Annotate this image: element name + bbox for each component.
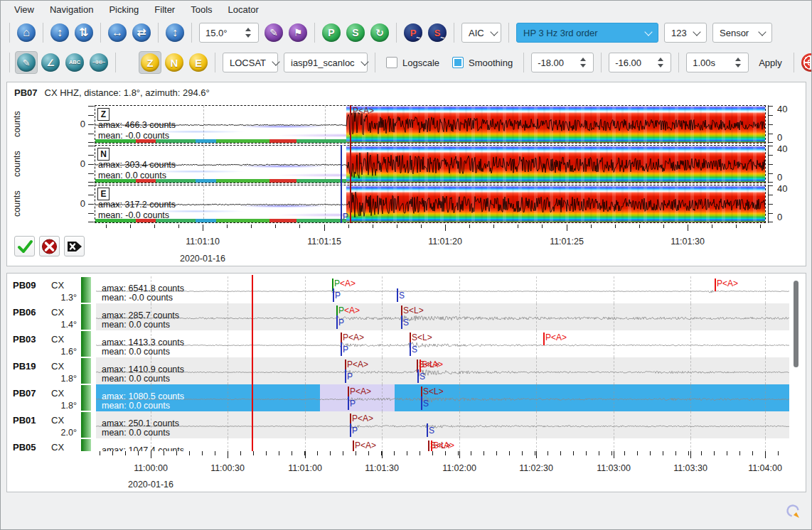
spin-up-icon[interactable] [735, 58, 741, 61]
profile-combo[interactable]: iasp91_scanloc [284, 53, 368, 72]
commit-button[interactable] [799, 51, 812, 74]
station-trace[interactable]: amax: 6541.8 countsmean: -0.0 countsP<A>… [96, 276, 789, 303]
auto-pick-marker[interactable] [431, 440, 432, 451]
station-trace[interactable]: amax: 1080.5 countsmean: 0.0 countsP<A>S… [96, 384, 789, 411]
station-trace[interactable]: amax: 1413.3 countsmean: 0.0 countsP<A>S… [96, 330, 789, 357]
amplitude-expand-button[interactable]: ↕ [48, 21, 71, 44]
picking-mode-button[interactable]: ✎ [15, 51, 38, 74]
onset-method-combo[interactable]: AIC [461, 23, 501, 43]
reject-pick-button[interactable] [39, 236, 60, 256]
filter-combo[interactable]: HP 3 Hz 3rd order [516, 23, 658, 43]
menu-tools[interactable]: Tools [183, 2, 220, 17]
spin-down-icon[interactable] [245, 34, 251, 38]
station-trace[interactable]: amax: 250.1 countsmean: 0.0 countsP<A>PS [96, 411, 789, 438]
locator-combo[interactable]: LOCSAT [223, 53, 278, 72]
menu-view[interactable]: View [6, 2, 42, 17]
time-fit-button[interactable]: ⇄ [130, 21, 153, 44]
spin-up-icon[interactable] [245, 28, 251, 31]
station-row-pb09[interactable]: PB09CX1.3°amax: 6541.8 countsmean: -0.0 … [7, 276, 801, 303]
station-code: PB05 [13, 442, 36, 451]
station-row-pb01[interactable]: PB01CX2.0°amax: 250.1 countsmean: 0.0 co… [7, 411, 801, 438]
auto-pick-marker[interactable] [420, 359, 421, 372]
time-window-spinbox-steppers[interactable] [732, 58, 744, 67]
pick-s-button[interactable]: S [344, 21, 367, 44]
component-n-button[interactable]: N [163, 51, 186, 74]
menu-picking[interactable]: Picking [101, 2, 146, 17]
manual-pick-marker[interactable] [421, 396, 422, 410]
vertical-zoom-button[interactable]: ↕ [164, 21, 186, 44]
station-trace[interactable]: amax: 1410.9 countsmean: 0.0 countsP<A>S… [96, 357, 789, 384]
menu-navigation[interactable]: Navigation [42, 2, 101, 17]
home-button[interactable]: ⌂ [15, 21, 38, 44]
spectrum-max-spinbox[interactable]: -16.00 [609, 53, 671, 72]
manual-pick-marker[interactable] [410, 342, 411, 356]
rotation-spinbox[interactable]: 15.0° [199, 23, 259, 43]
auto-pick-marker[interactable] [428, 440, 429, 451]
relocate-button[interactable]: ↻ [368, 21, 391, 44]
uncertainty-icon: ⊣H⊢ [90, 53, 108, 72]
station-row-pb06[interactable]: PB06CX1.4°amax: 285.7 countsmean: 0.0 co… [7, 303, 801, 330]
auto-pick-marker[interactable] [715, 278, 716, 291]
uncertainty-button[interactable]: ⊣H⊢ [87, 51, 110, 74]
manual-pick-marker[interactable] [345, 369, 346, 383]
manual-pick-marker[interactable] [417, 369, 419, 383]
station-row-pb07[interactable]: PB07CX1.8°amax: 1080.5 countsmean: 0.0 c… [7, 384, 801, 411]
rotation-spinbox-steppers[interactable] [242, 28, 255, 38]
p-pick-line[interactable] [341, 145, 342, 223]
apply-button[interactable]: Apply [752, 58, 789, 68]
station-list-scrollbar[interactable] [794, 281, 798, 367]
chevron-down-icon [272, 58, 279, 65]
spin-down-icon[interactable] [580, 64, 586, 67]
station-trace[interactable]: amax: 285.7 countsmean: 0.0 countsP<A>S<… [96, 303, 789, 330]
manual-pick-marker[interactable] [401, 315, 402, 329]
skip-trace-button[interactable] [64, 236, 85, 256]
auto-pick-marker[interactable] [353, 440, 354, 451]
amplitude-fit-button[interactable]: ⇅ [73, 21, 95, 44]
component-e-button[interactable]: E [187, 51, 210, 74]
sensor-combo[interactable]: Sensor [712, 23, 772, 43]
pencil-tool-button[interactable]: ✎ [262, 21, 285, 44]
menu-locator[interactable]: Locator [220, 2, 267, 17]
spin-up-icon[interactable] [658, 58, 663, 61]
phase-name-button[interactable]: ABC [63, 51, 86, 74]
auto-pick-marker[interactable] [543, 332, 545, 345]
s-waveform-button[interactable]: S~ [426, 21, 449, 44]
manual-pick-marker[interactable] [341, 342, 342, 356]
station-distance: 1.3° [47, 293, 77, 303]
manual-pick-marker[interactable] [348, 396, 349, 410]
station-row-pb19[interactable]: PB19CX1.8°amax: 1410.9 countsmean: 0.0 c… [7, 357, 801, 384]
manual-pick-marker[interactable] [336, 315, 338, 329]
trace-mean: mean: 0.0 counts [102, 401, 170, 411]
logscale-checkbox-box[interactable] [386, 57, 397, 68]
amplitude-type-combo[interactable]: 123 [664, 23, 707, 43]
zoom-trace-e[interactable]: Eamax: 317.2 countsmean: -0.0 counts [95, 185, 766, 223]
spectrum-max-spinbox-steppers[interactable] [654, 58, 667, 67]
manual-pick-marker[interactable] [397, 288, 398, 302]
station-trace[interactable]: amax: 1047.4 countsP<A>S<L>S<A> [96, 438, 789, 451]
time-window-spinbox[interactable]: 1.00s [686, 53, 749, 72]
spectrum-min-spinbox-steppers[interactable] [577, 58, 589, 67]
p-waveform-button[interactable]: P~ [402, 21, 424, 44]
manual-pick-marker[interactable] [333, 288, 334, 302]
zoom-trace-n[interactable]: Namax: 303.4 countsmean: 0.0 counts [95, 145, 766, 183]
smoothing-checkbox-box[interactable] [452, 57, 464, 68]
station-row-pb05[interactable]: PB05CXamax: 1047.4 countsP<A>S<L>S<A> [7, 438, 801, 451]
confirm-pick-button[interactable] [14, 236, 35, 256]
spin-down-icon[interactable] [658, 64, 663, 67]
manual-pick-marker[interactable] [427, 423, 428, 437]
menu-filter[interactable]: Filter [146, 2, 183, 17]
time-expand-button[interactable]: ↔ [106, 21, 129, 44]
station-row-pb03[interactable]: PB03CX1.6°amax: 1413.3 countsmean: 0.0 c… [7, 330, 801, 357]
spectrum-min-spinbox[interactable]: -18.00 [531, 53, 594, 72]
component-z-button[interactable]: Z [139, 51, 161, 74]
flag-tool-button[interactable]: ⚑ [287, 21, 309, 44]
spin-down-icon[interactable] [735, 64, 741, 67]
polarity-button[interactable]: ∠ [39, 51, 62, 74]
reject-pick-button-icon [41, 239, 58, 254]
spin-up-icon[interactable] [580, 58, 586, 61]
logscale-checkbox[interactable]: Logscale [386, 57, 439, 68]
pick-p-button[interactable]: P [320, 21, 343, 44]
zoom-trace-z[interactable]: Zamax: 466.3 countsmean: -0.0 counts [95, 105, 766, 144]
manual-pick-marker[interactable] [350, 423, 351, 437]
smoothing-checkbox[interactable]: Smoothing [452, 57, 513, 68]
